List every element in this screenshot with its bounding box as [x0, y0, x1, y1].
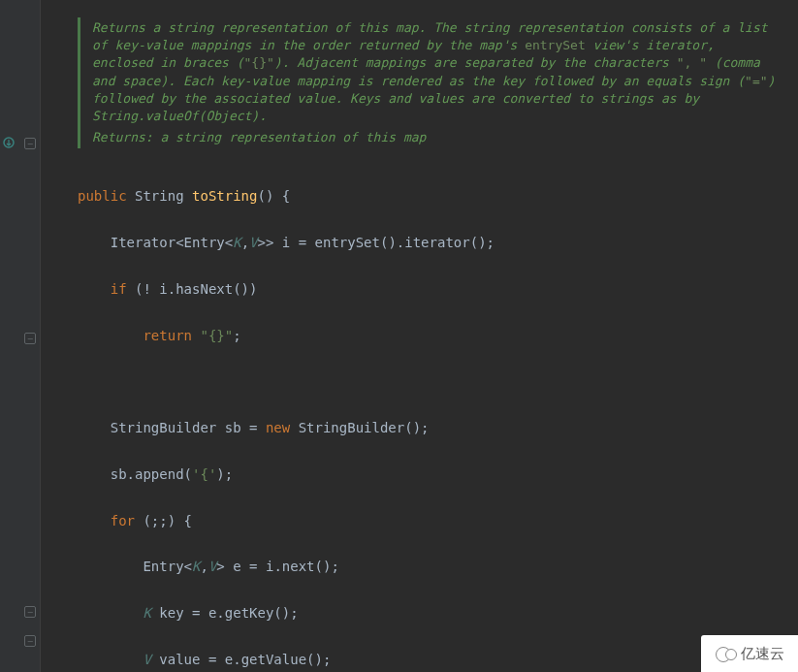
watermark-badge: 亿速云 [701, 635, 798, 672]
fold-icon[interactable]: − [24, 333, 36, 344]
override-icon[interactable] [2, 136, 16, 155]
javadoc-returns-text: a string representation of this map [160, 130, 426, 144]
code-line: Entry<K,V> e = i.next(); [78, 556, 779, 579]
javadoc-text: . [259, 109, 267, 123]
code-line: sb.append('{'); [78, 464, 779, 487]
code-line: public String toString() { [78, 185, 779, 208]
code-line: Iterator<Entry<K,V>> i = entrySet().iter… [78, 232, 779, 255]
code-line: StringBuilder sb = new StringBuilder(); [78, 417, 779, 440]
code-editor[interactable]: Returns a string representation of this … [41, 0, 798, 672]
fold-icon[interactable]: − [24, 606, 36, 618]
editor-gutter: − − − − [0, 0, 41, 672]
javadoc-code: entrySet [525, 38, 586, 52]
javadoc-text: ). Adjacent mappings are separated by th… [274, 55, 677, 70]
javadoc-block: Returns a string representation of this … [78, 17, 779, 148]
javadoc-code: ", " [677, 55, 707, 70]
code-line: return "{}"; [78, 325, 779, 348]
code-line: if (! i.hasNext()) [78, 278, 779, 302]
javadoc-link[interactable]: String.valueOf(Object) [92, 109, 259, 123]
javadoc-returns-label: Returns: [92, 130, 160, 144]
code-line [78, 370, 779, 394]
fold-icon[interactable]: − [24, 138, 36, 149]
code-line: V value = e.getValue(); [78, 649, 779, 672]
watermark-logo-icon [716, 647, 737, 660]
watermark-text: 亿速云 [741, 641, 784, 666]
javadoc-code: "=" [745, 74, 767, 88]
code-area[interactable]: public String toString() { Iterator<Entr… [78, 162, 779, 672]
fold-icon[interactable]: − [24, 635, 36, 647]
javadoc-code: "{}" [244, 55, 274, 70]
code-line: for (;;) { [78, 510, 779, 533]
code-line: K key = e.getKey(); [78, 602, 779, 625]
